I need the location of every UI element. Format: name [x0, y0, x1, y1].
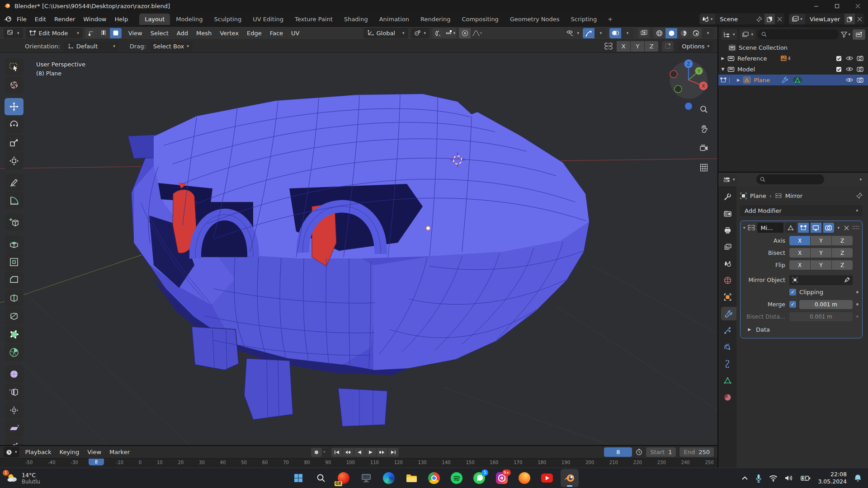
viewlayer-name[interactable]: ViewLayer — [805, 16, 844, 23]
outliner-editor-type-button[interactable]: ▾ — [721, 29, 737, 40]
battery-icon[interactable] — [801, 475, 811, 481]
breadcrumb-object[interactable]: Plane — [750, 192, 766, 199]
workspace-tab[interactable]: Rendering — [415, 14, 456, 25]
snap-toggle-button[interactable] — [432, 28, 444, 38]
face-select-button[interactable] — [110, 28, 122, 38]
mirror-object-field[interactable] — [789, 275, 853, 285]
tab-render[interactable] — [718, 206, 736, 220]
workspace-tab[interactable]: Shading — [339, 14, 373, 25]
taskbar-app-youtube[interactable] — [538, 469, 556, 487]
cursor-tool[interactable] — [5, 76, 24, 94]
jump-to-start-button[interactable] — [331, 448, 342, 457]
next-keyframe-button[interactable] — [377, 448, 387, 457]
smooth-tool[interactable] — [5, 366, 24, 383]
viewport-menu-item[interactable]: Edge — [243, 28, 266, 38]
snap-target-button[interactable]: ▾ — [444, 28, 456, 38]
workspace-tab[interactable]: Animation — [374, 14, 415, 25]
animate-dot[interactable] — [856, 291, 859, 293]
workspace-tab[interactable]: Compositing — [456, 14, 504, 25]
clipping-checkbox[interactable]: ✓ — [789, 289, 796, 296]
viewport-menu-item[interactable]: UV — [287, 28, 303, 38]
edge-select-button[interactable] — [98, 28, 109, 38]
pin-icon[interactable] — [856, 192, 863, 199]
viewport-menu-item[interactable]: Select — [146, 28, 173, 38]
show-gizmo-button[interactable] — [583, 28, 594, 38]
flip-x-button[interactable]: X — [789, 260, 810, 270]
play-reverse-button[interactable] — [354, 448, 365, 457]
rendered-shading-button[interactable] — [690, 28, 702, 38]
taskbar-app-opera-gx[interactable]: GX — [335, 469, 353, 487]
taskbar-app-spotify[interactable] — [448, 469, 466, 487]
blender-app-menu-icon[interactable] — [4, 16, 12, 22]
merge-threshold-field[interactable]: 0.001 m — [799, 300, 853, 309]
exclude-checkbox-icon[interactable] — [836, 56, 842, 61]
wireframe-shading-button[interactable] — [653, 28, 665, 38]
end-frame-field[interactable]: End 250 — [679, 447, 714, 457]
viewport-menu-item[interactable]: Add — [173, 28, 192, 38]
tab-tool[interactable] — [718, 190, 736, 203]
taskbar-app-blender[interactable] — [561, 469, 579, 487]
menu-item[interactable]: Window — [79, 14, 110, 24]
mode-selector[interactable]: Edit Mode ▾ — [26, 28, 83, 38]
drag-handle-icon[interactable] — [852, 225, 859, 230]
workspace-tab[interactable]: Layout — [139, 14, 170, 25]
tab-world[interactable] — [718, 273, 736, 287]
rip-region-tool[interactable] — [5, 438, 24, 445]
expand-icon[interactable]: ▶ — [736, 78, 741, 82]
delete-modifier-icon[interactable] — [844, 225, 849, 230]
zoom-button[interactable] — [698, 103, 710, 115]
flip-z-button[interactable]: Z — [832, 260, 853, 270]
taskbar-app-file-explorer[interactable] — [402, 469, 420, 487]
rotate-tool[interactable] — [5, 116, 24, 133]
data-subpanel-header[interactable]: ▶ Data — [741, 323, 862, 336]
add-workspace-button[interactable]: + — [603, 14, 617, 24]
tab-object[interactable] — [718, 290, 736, 304]
bisect-distance-field[interactable]: 0.001 m — [789, 312, 853, 321]
tab-view-layer[interactable] — [718, 240, 736, 253]
taskbar-app-edge[interactable] — [380, 469, 398, 487]
jump-to-end-button[interactable] — [388, 448, 399, 457]
new-viewlayer-button[interactable] — [844, 14, 855, 24]
outliner-row-reference[interactable]: ▶ Reference 4 — [718, 53, 868, 64]
add-modifier-dropdown[interactable]: Add Modifier ▾ — [740, 205, 863, 216]
orientation-default-dropdown[interactable]: Default ▾ — [64, 41, 119, 52]
gizmo-minus-x-axis[interactable] — [670, 70, 677, 78]
exclude-checkbox-icon[interactable] — [836, 66, 842, 72]
flip-y-button[interactable]: Y — [811, 260, 831, 270]
pan-button[interactable] — [698, 123, 710, 135]
close-button[interactable] — [847, 0, 868, 12]
vertex-select-button[interactable] — [85, 28, 97, 38]
bisect-y-button[interactable]: Y — [811, 248, 831, 258]
workspace-tab[interactable]: Sculpting — [208, 14, 247, 25]
tab-object-data[interactable] — [718, 374, 736, 387]
mirror-axis-button[interactable]: Z — [645, 41, 658, 52]
scene-name[interactable]: Scene — [715, 16, 754, 23]
taskbar-app-browser[interactable] — [515, 469, 533, 487]
transform-orientation[interactable]: Global ▾ — [363, 28, 408, 38]
bisect-z-button[interactable]: Z — [832, 248, 853, 258]
add-cube-tool[interactable] — [5, 214, 24, 231]
spin-tool[interactable] — [5, 344, 24, 361]
inset-faces-tool[interactable] — [5, 253, 24, 271]
viewport-3d[interactable]: User Perspective (8) Plane — [0, 53, 717, 445]
volume-icon[interactable] — [785, 474, 793, 482]
taskbar-app-whatsapp[interactable]: 5 — [470, 469, 488, 487]
gizmo-options-button[interactable]: ▾ — [595, 28, 607, 38]
timeline-menu-item[interactable]: Playback — [21, 447, 56, 457]
tab-modifiers[interactable] — [721, 307, 736, 320]
animate-dot[interactable] — [856, 303, 859, 305]
shear-tool[interactable] — [5, 420, 24, 437]
proportional-edit-button[interactable] — [459, 28, 471, 38]
previous-keyframe-button[interactable] — [343, 448, 354, 457]
toggle-show-in-viewport[interactable] — [811, 223, 821, 233]
bisect-x-button[interactable]: X — [789, 248, 810, 258]
auto-keying-button[interactable] — [311, 448, 322, 457]
select-box-tool[interactable] — [5, 58, 24, 75]
properties-search-input[interactable] — [756, 174, 824, 184]
merge-checkbox[interactable]: ✓ — [789, 301, 796, 308]
modifier-name-field[interactable]: Mi... — [757, 223, 783, 233]
solid-shading-button[interactable] — [665, 28, 677, 38]
workspace-tab[interactable]: Scripting — [566, 14, 603, 25]
disable-render-camera-icon[interactable] — [857, 56, 863, 61]
scale-tool[interactable] — [5, 134, 24, 151]
